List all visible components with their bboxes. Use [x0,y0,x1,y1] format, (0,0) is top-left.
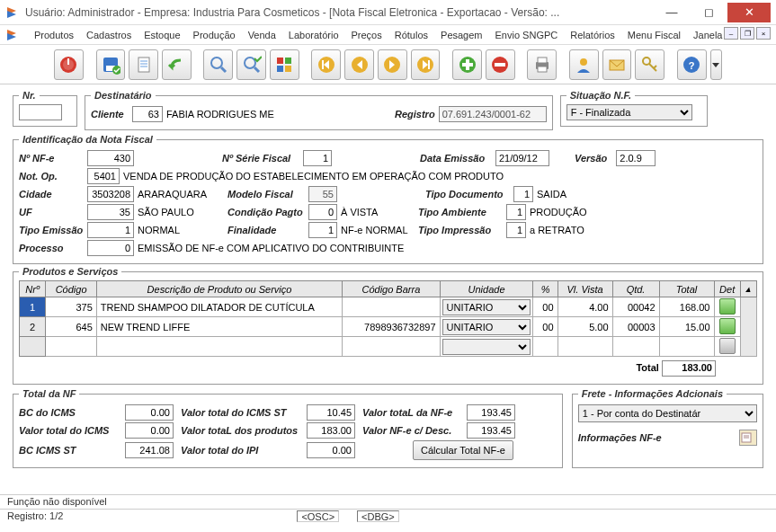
cell-barra[interactable] [343,297,440,317]
serie-input[interactable] [303,150,332,166]
document-button[interactable] [129,49,158,80]
menu-pesagem[interactable]: Pesagem [441,30,482,40]
menu-menu fiscal[interactable]: Menu Fiscal [628,30,681,40]
grid-button[interactable] [270,49,299,80]
col-total[interactable]: Total [659,281,714,297]
menu-envio sngpc[interactable]: Envio SNGPC [495,30,558,40]
first-button[interactable] [311,49,341,80]
print-button[interactable] [527,49,557,80]
col-barra[interactable]: Código Barra [343,281,440,297]
cell-codigo[interactable] [46,297,96,317]
prev-button[interactable] [344,49,374,80]
nr-input[interactable] [19,104,62,120]
col-det[interactable]: Det [714,281,740,297]
remove-button[interactable] [486,49,515,80]
cell-qtd[interactable] [612,297,659,317]
cell-vista[interactable] [557,297,612,317]
frete-select[interactable]: 1 - Por conta do Destinatár [578,404,757,422]
mdi-minimize-button[interactable]: – [724,27,738,40]
zoom-button[interactable] [203,49,233,80]
uf-cod-input[interactable] [87,204,134,220]
condpg-cod-input[interactable] [308,204,337,220]
notop-cod-input[interactable] [87,168,120,184]
table-row[interactable]: 1UNITARIO [20,297,757,317]
mdi-close-button[interactable]: × [756,27,771,40]
user-button[interactable] [569,49,599,80]
menu-relatórios[interactable]: Relatórios [570,30,615,40]
col-codigo[interactable]: Código [46,281,96,297]
produtos-grid[interactable]: Nrº Código Descrição de Produto ou Servi… [19,280,757,357]
proc-cod-input[interactable] [87,240,134,256]
cell-pct[interactable] [533,297,557,317]
detail-button[interactable] [719,338,736,354]
col-qtd[interactable]: Qtd. [612,281,659,297]
menu-janela[interactable]: Janela [693,30,722,40]
vticmsst-input[interactable] [307,404,355,421]
vticms-input[interactable] [125,422,174,439]
close-button[interactable]: ✕ [727,3,771,22]
cell-desc[interactable] [96,297,342,317]
vtdesc-input[interactable] [467,422,515,439]
power-button[interactable] [54,49,84,80]
versao-input[interactable] [616,150,656,166]
table-row[interactable]: 2UNITARIO [20,317,757,337]
col-vista[interactable]: Vl. Vista [557,281,612,297]
save-button[interactable] [96,49,126,80]
vtprod-input[interactable] [307,422,355,439]
cell-desc[interactable] [96,317,342,337]
toolbar-overflow-button[interactable] [710,49,723,80]
cell-nr[interactable]: 2 [20,317,46,337]
calc-total-button[interactable]: Cálcular Total NF-e [413,440,513,460]
zoom-check-button[interactable] [236,49,266,80]
cliente-cod-input[interactable] [132,106,163,122]
mdi-restore-button[interactable]: ❐ [740,27,754,40]
bcicmsst-input[interactable] [125,442,174,458]
cell-total[interactable] [659,297,714,317]
col-unidade[interactable]: Unidade [440,281,533,297]
menu-cadastros[interactable]: Cadastros [86,30,131,40]
cell-pct[interactable] [533,317,557,337]
cell-codigo[interactable] [46,317,96,337]
col-pct[interactable]: % [533,281,557,297]
bcicms-input[interactable] [125,404,174,421]
detail-button[interactable] [719,298,736,315]
cell-vista[interactable] [557,317,612,337]
cell-unidade[interactable]: UNITARIO [440,317,533,337]
cell-det[interactable] [714,317,740,337]
menu-preços[interactable]: Preços [352,30,382,40]
tipoem-cod-input[interactable] [87,222,134,238]
table-row-empty[interactable] [20,337,757,357]
cell-qtd[interactable] [612,317,659,337]
cell-nr[interactable]: 1 [20,297,46,317]
maximize-button[interactable]: ◻ [691,3,727,22]
undo-button[interactable] [162,49,192,80]
menu-produção[interactable]: Produção [193,30,236,40]
cell-unidade[interactable]: UNITARIO [440,297,533,317]
menu-produtos[interactable]: Produtos [34,30,74,40]
col-nr[interactable]: Nrº [20,281,46,297]
cidade-cod-input[interactable] [87,186,134,202]
mail-button[interactable] [602,49,632,80]
cell-total[interactable] [659,317,714,337]
menu-rótulos[interactable]: Rótulos [395,30,428,40]
cell-det[interactable] [714,297,740,317]
info-nfe-button[interactable] [739,430,757,446]
scrollbar[interactable] [740,297,756,357]
final-cod-input[interactable] [308,222,337,238]
vtnfe-input[interactable] [467,404,515,421]
add-button[interactable] [452,49,482,80]
data-input[interactable] [495,150,549,166]
tipoamb-cod-input[interactable] [506,204,526,220]
menu-estoque[interactable]: Estoque [144,30,180,40]
keys-button[interactable] [635,49,665,80]
last-button[interactable] [411,49,441,80]
nfe-input[interactable] [87,150,134,166]
scroll-up-icon[interactable]: ▴ [740,281,756,297]
tipoimp-cod-input[interactable] [506,222,526,238]
menu-laboratório[interactable]: Laboratório [289,30,339,40]
menu-venda[interactable]: Venda [248,30,276,40]
tipodoc-cod-input[interactable] [513,186,533,202]
col-desc[interactable]: Descrição de Produto ou Serviço [96,281,342,297]
cell-barra[interactable] [343,317,440,337]
vtipi-input[interactable] [307,442,355,458]
